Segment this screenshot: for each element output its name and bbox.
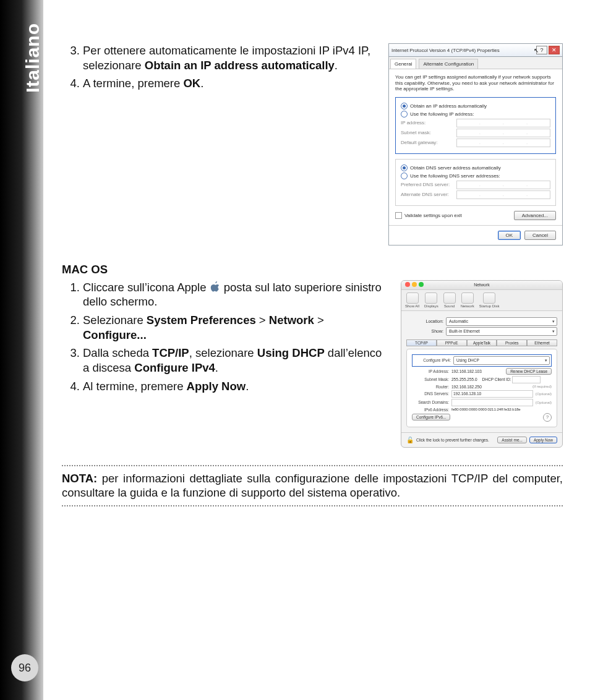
mac3-b3: Configure IPv4 <box>134 361 215 374</box>
tb-showall[interactable]: Show All <box>405 292 419 308</box>
mac-step-1: Cliccare sull’icona Apple posta sul lato… <box>83 280 388 309</box>
mask-input[interactable]: ... <box>456 129 550 137</box>
section-windows: Per ottenere automaticamente le impostaz… <box>62 43 563 245</box>
mac3-m1: , selezionare <box>189 346 257 359</box>
step3-post: . <box>335 59 338 72</box>
location-select[interactable]: Automatic <box>446 317 557 326</box>
mac4-pre: Al termine, premere <box>83 380 187 393</box>
dns-group: Obtain DNS server address automatically … <box>395 159 556 206</box>
radio-use-ip[interactable]: Use the following IP address: <box>401 111 550 117</box>
subnet-label: Subnet Mask: <box>412 377 449 382</box>
radio-obtain-ip-label: Obtain an IP address automatically <box>410 103 487 109</box>
windows-steps: Per ottenere automaticamente le impostaz… <box>62 43 376 91</box>
startup-icon <box>483 292 495 304</box>
tab-proxies[interactable]: Proxies <box>497 339 527 346</box>
sound-icon <box>443 292 456 304</box>
ip-input[interactable]: ... <box>456 119 550 127</box>
renew-lease-button[interactable]: Renew DHCP Lease <box>506 368 552 375</box>
step3-bold: Obtain an IP address automatically <box>145 59 335 72</box>
mac4-bold: Apply Now <box>187 380 246 393</box>
win-description: You can get IP settings assigned automat… <box>395 74 556 92</box>
advanced-button[interactable]: Advanced... <box>514 211 556 220</box>
dns-label: DNS Servers: <box>412 391 449 396</box>
configure-ipv6-button[interactable]: Configure IPv6... <box>412 414 450 420</box>
mac2-m2: > <box>314 314 324 327</box>
gateway-label: Default gateway: <box>401 140 456 145</box>
mac-toolbar: Show All Displays Sound Network Startup … <box>401 290 562 311</box>
mac2-b3: Configure... <box>83 328 147 341</box>
divider <box>62 465 563 466</box>
tab-ethernet[interactable]: Ethernet <box>527 339 557 346</box>
search-domains-input[interactable] <box>451 399 533 406</box>
mac3-b2: Using DHCP <box>257 346 325 359</box>
step4-pre: A termine, premere <box>83 77 183 90</box>
mac-tcpip-panel: Configure IPv4: Using DHCP IP Address: 1… <box>406 349 557 427</box>
ok-button[interactable]: OK <box>498 231 521 240</box>
gateway-input[interactable]: ... <box>456 139 550 147</box>
radio-obtain-dns[interactable]: Obtain DNS server address automatically <box>401 164 550 171</box>
mac-traffic-lights[interactable] <box>405 282 424 287</box>
ipv6-value: fe80:0000:0000:0000:0211:24ff:fe32:b18e <box>451 408 521 411</box>
mac1-pre: Cliccare sull’icona Apple <box>83 281 210 294</box>
tab-appletalk[interactable]: AppleTalk <box>467 339 497 346</box>
tab-tcpip[interactable]: TCP/IP <box>406 339 437 346</box>
dns-input[interactable]: 192.168.128.10 <box>451 390 533 398</box>
win-controls: ? ✕ <box>536 46 560 54</box>
cancel-button[interactable]: Cancel <box>524 231 556 240</box>
radio-use-dns[interactable]: Use the following DNS server addresses: <box>401 173 550 179</box>
dns2-input[interactable]: ... <box>456 190 550 199</box>
validate-row[interactable]: Validate settings upon exit Advanced... <box>395 211 556 220</box>
location-label: Location: <box>406 319 443 323</box>
mac4-post: . <box>246 380 249 393</box>
dns2-label: Alternate DNS server: <box>401 192 456 197</box>
subnet-value: 255.255.255.0 <box>451 377 477 382</box>
page-number: 96 <box>11 654 38 681</box>
close-icon <box>405 282 410 287</box>
mac-network-window: Network Show All Displays Sound Network … <box>401 280 563 448</box>
mac2-m1: > <box>256 314 269 327</box>
win-title-text: Internet Protocol Version 4 (TCP/IPv4) P… <box>391 48 536 53</box>
mac-title-text: Network <box>474 283 490 287</box>
apply-now-button[interactable]: Apply Now <box>529 437 557 443</box>
radio-obtain-ip[interactable]: Obtain an IP address automatically <box>401 103 550 109</box>
show-select[interactable]: Built-in Ethernet <box>446 327 557 336</box>
tab-alternate[interactable]: Alternate Configuration <box>419 59 478 69</box>
step-3: Per ottenere automaticamente le impostaz… <box>83 43 376 72</box>
cursor-icon: ↖ <box>534 47 539 54</box>
display-icon <box>425 292 437 304</box>
radio-icon <box>401 164 408 171</box>
search-domains-label: Search Domains: <box>412 400 449 404</box>
router-label: Router: <box>412 385 449 389</box>
mac2-b1: System Preferences <box>147 314 256 327</box>
mac-tabs: TCP/IP PPPoE AppleTalk Proxies Ethernet <box>406 339 557 346</box>
dns1-input[interactable]: ... <box>456 181 550 189</box>
configure-ipv4-select[interactable]: Using DHCP <box>453 356 550 365</box>
lock-icon[interactable]: 🔓 <box>406 437 414 443</box>
tb-startup[interactable]: Startup Disk <box>479 292 500 308</box>
grid-icon <box>406 292 419 304</box>
note-paragraph: NOTA: per informazioni dettagliate sulla… <box>62 471 563 500</box>
ip-group: Obtain an IP address automatically Use t… <box>395 97 556 154</box>
if-required-hint: (If required) <box>532 385 552 388</box>
show-label: Show: <box>406 329 443 333</box>
close-icon[interactable]: ✕ <box>549 46 560 54</box>
mac-step-4: Al termine, premere Apply Now. <box>83 379 388 394</box>
tb-sound[interactable]: Sound <box>443 292 456 308</box>
validate-label: Validate settings upon exit <box>404 213 462 218</box>
mac3-post: . <box>215 361 218 374</box>
language-sidebar: Italiano <box>0 0 43 700</box>
dhcp-client-input[interactable] <box>512 376 541 383</box>
win-titlebar: Internet Protocol Version 4 (TCP/IPv4) P… <box>389 44 562 57</box>
tab-pppoe[interactable]: PPPoE <box>437 339 467 346</box>
tab-general[interactable]: General <box>390 59 416 69</box>
windows-ipv4-dialog: Internet Protocol Version 4 (TCP/IPv4) P… <box>388 43 563 245</box>
lock-text: Click the lock to prevent further change… <box>416 438 489 442</box>
tb-displays[interactable]: Displays <box>424 292 438 308</box>
network-icon <box>461 292 474 304</box>
assist-button[interactable]: Assist me... <box>497 437 527 443</box>
tb-network[interactable]: Network <box>461 292 474 308</box>
radio-use-dns-label: Use the following DNS server addresses: <box>410 173 500 179</box>
apple-logo-icon <box>210 281 221 292</box>
configure-ipv4-label: Configure IPv4: <box>414 358 451 362</box>
help-icon[interactable]: ? <box>543 413 552 422</box>
